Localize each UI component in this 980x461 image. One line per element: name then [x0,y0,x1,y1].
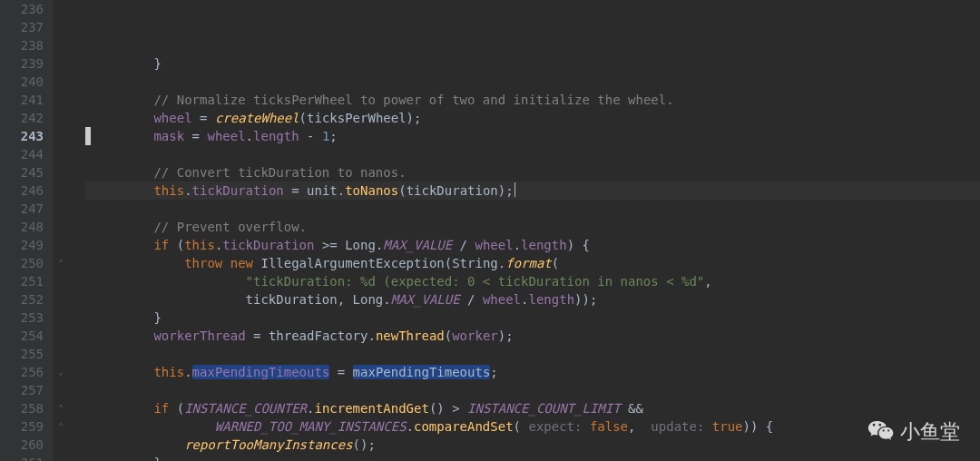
line-number: 255 [0,345,44,363]
code-line[interactable]: wheel = createWheel(ticksPerWheel); [85,109,980,127]
line-number: 248 [0,218,44,236]
code-line[interactable]: reportTooManyInstances(); [85,436,980,454]
code-line[interactable] [85,145,980,163]
line-number-gutter: 2362372382392402412422432442452462472482… [0,0,53,461]
code-line[interactable]: // Prevent overflow. [85,218,980,236]
line-number: 250 [0,254,44,272]
code-line[interactable]: "tickDuration: %d (expected: 0 < tickDur… [85,272,980,290]
fold-column[interactable]: ⌃⌄⌃⌃ [53,0,85,461]
code-line[interactable]: // Convert tickDuration to nanos. [85,163,980,181]
line-number: 251 [0,272,44,290]
code-line[interactable]: } [85,309,980,327]
code-line[interactable] [85,73,980,91]
code-line[interactable]: this.tickDuration = unit.toNanos(tickDur… [85,181,980,200]
code-line[interactable]: if (this.tickDuration >= Long.MAX_VALUE … [85,236,980,254]
code-line[interactable]: tickDuration, Long.MAX_VALUE / wheel.len… [85,290,980,309]
code-line[interactable]: if (INSTANCE_COUNTER.incrementAndGet() >… [85,399,980,417]
line-number: 246 [0,181,44,200]
line-number: 240 [0,73,44,91]
watermark-text: 小鱼堂 [900,423,960,441]
watermark: 小鱼堂 [867,418,960,445]
fold-toggle-icon[interactable]: ⌃ [58,254,64,272]
code-line[interactable] [85,381,980,399]
line-number: 259 [0,417,44,436]
line-number: 254 [0,327,44,345]
code-line[interactable]: } [85,454,980,461]
line-number: 252 [0,290,44,309]
code-line[interactable]: throw new IllegalArgumentException(Strin… [85,254,980,272]
line-number: 242 [0,109,44,127]
line-number: 257 [0,381,44,399]
code-area[interactable]: } // Normalize ticksPerWheel to power of… [85,0,980,461]
line-number: 247 [0,200,44,218]
line-number: 253 [0,309,44,327]
line-number: 249 [0,236,44,254]
line-number: 261 [0,454,44,461]
line-number: 239 [0,54,44,73]
code-line[interactable]: WARNED_TOO_MANY_INSTANCES.compareAndSet(… [85,417,980,436]
code-line[interactable]: // Normalize ticksPerWheel to power of t… [85,91,980,109]
code-line[interactable] [85,345,980,363]
code-line[interactable]: this.maxPendingTimeouts = maxPendingTime… [85,363,980,381]
line-number: 237 [0,18,44,36]
line-number: 243 [0,127,44,145]
line-number: 244 [0,145,44,163]
code-line[interactable]: workerThread = threadFactory.newThread(w… [85,327,980,345]
line-number: 245 [0,163,44,181]
line-number: 238 [0,36,44,54]
code-line[interactable]: } [85,54,980,73]
line-number: 260 [0,436,44,454]
current-line-marker [85,127,91,145]
code-line[interactable]: mask = wheel.length - 1; [85,127,980,145]
line-number: 258 [0,399,44,417]
line-number: 256 [0,363,44,381]
code-line[interactable] [85,200,980,218]
line-number: 236 [0,0,44,18]
fold-toggle-icon[interactable]: ⌃ [58,399,64,417]
wechat-icon [867,418,900,445]
code-editor[interactable]: 2362372382392402412422432442452462472482… [0,0,980,461]
fold-toggle-icon[interactable]: ⌄ [58,363,64,381]
fold-toggle-icon[interactable]: ⌃ [58,417,64,436]
line-number: 241 [0,91,44,109]
